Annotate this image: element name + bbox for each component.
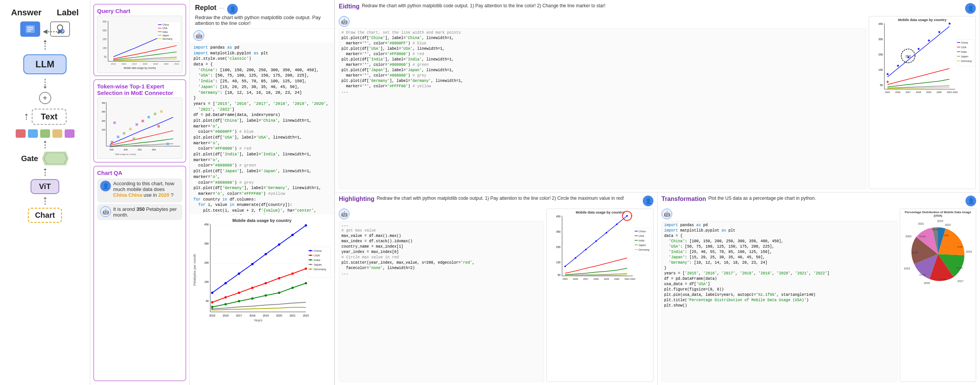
svg-text:Years: Years (254, 318, 263, 322)
svg-text:Petabytes per month: Petabytes per month (193, 254, 197, 285)
chart-label-box: Chart (28, 208, 62, 223)
svg-point-94 (224, 282, 227, 284)
svg-point-106 (278, 277, 280, 279)
svg-point-126 (310, 259, 311, 261)
svg-text:India: India (639, 239, 644, 242)
svg-text:2021: 2021 (947, 91, 952, 93)
svg-text:19.8%: 19.8% (912, 251, 918, 254)
query-chart-title: Query Chart (97, 8, 182, 14)
svg-text:Mobile data usage by country: Mobile data usage by country (124, 67, 156, 70)
replot-code-block: import pandas as pd import matplotlib.py… (190, 42, 334, 215)
svg-point-96 (251, 263, 254, 265)
svg-marker-17 (44, 168, 47, 170)
up-arrow-text (23, 113, 29, 121)
svg-text:China: China (961, 41, 968, 44)
qa-title: Chart QA (97, 170, 182, 176)
bottom-right: Highlighting Redraw the chart with pytho… (335, 192, 980, 385)
svg-marker-15 (44, 153, 67, 164)
transformation-bot-icon: 🤖 (661, 209, 672, 219)
svg-text:★: ★ (886, 80, 889, 84)
transformation-section: Transformation Plot the US data as a per… (658, 192, 980, 385)
svg-text:★: ★ (917, 47, 920, 51)
highlighting-chart-svg: Mobile data usage by country 450 350 250… (547, 209, 653, 285)
svg-text:2020: 2020 (905, 235, 912, 238)
chart-qa-section: Chart QA 👤 According to this chart, how … (93, 166, 186, 381)
text-box: Text (32, 109, 67, 125)
answer-text: Answer (11, 8, 41, 18)
svg-text:2017: 2017 (583, 278, 588, 280)
svg-text:USA: USA (162, 27, 167, 29)
svg-point-97 (265, 253, 267, 255)
svg-marker-10 (44, 86, 47, 89)
svg-text:2021: 2021 (289, 314, 296, 317)
svg-text:350: 350 (204, 242, 209, 245)
highlighting-code-col: 🤖 ... # get max value max_value = df.max… (339, 209, 544, 382)
qa-answer-text: It is arond 350 Petabytes per month. (113, 206, 179, 218)
eidting-chart: Mobile data usage by country 450 350 250… (869, 16, 976, 189)
qa-question-bubble: 👤 According to this chart, how much mobi… (97, 178, 182, 202)
svg-text:250: 250 (905, 54, 911, 58)
svg-text:400: 400 (102, 102, 105, 104)
transformation-code-col: 🤖 import pandas as pd import matplotlib.… (661, 209, 897, 382)
svg-text:2019: 2019 (153, 63, 158, 65)
svg-text:50: 50 (880, 84, 883, 86)
svg-text:22.6%: 22.6% (919, 235, 926, 238)
svg-point-100 (305, 224, 307, 227)
svg-text:Japan: Japan (314, 263, 322, 266)
top-right: Eidting Redraw the chart with python mat… (335, 0, 980, 192)
svg-text:MoE usage by country: MoE usage by country (115, 153, 136, 155)
replot-panel: Replot — 👤 Redraw the chart with python … (189, 0, 335, 385)
svg-text:200: 200 (102, 120, 105, 122)
svg-rect-62 (113, 122, 115, 124)
svg-text:Germany: Germany (162, 38, 172, 41)
svg-text:2021: 2021 (918, 222, 924, 225)
transformation-code: import pandas as pd import matplotlib.py… (661, 221, 897, 382)
svg-text:2019: 2019 (604, 278, 609, 280)
top1-svg: 400 300 200 100 (98, 98, 182, 158)
svg-text:25.4%: 25.4% (932, 228, 939, 231)
svg-point-188 (575, 257, 576, 259)
replot-chart-svg: Mobile data usage by country Petabytes p… (191, 216, 333, 327)
bot-icon-qa: 🤖 (100, 206, 111, 217)
eidting-header: Eidting Redraw the chart with python mat… (339, 3, 976, 14)
svg-text:★: ★ (927, 38, 931, 42)
svg-text:★: ★ (886, 72, 889, 76)
svg-text:2016: 2016 (122, 63, 126, 65)
svg-marker-12 (25, 114, 28, 115)
svg-text:50: 50 (104, 55, 107, 58)
qa-question-text: According to this chart, how much mobile… (113, 181, 179, 198)
replot-title: Replot (195, 4, 216, 11)
svg-text:2020: 2020 (936, 91, 942, 93)
svg-point-110 (224, 303, 227, 305)
svg-text:2019: 2019 (926, 91, 931, 93)
svg-text:2016: 2016 (573, 278, 578, 280)
svg-point-189 (585, 249, 587, 250)
svg-text:150: 150 (878, 69, 883, 71)
svg-point-105 (265, 282, 267, 284)
eidting-code: # Draw the chart, set the line width and… (339, 28, 866, 189)
svg-point-123 (310, 254, 311, 256)
svg-text:2021: 2021 (174, 63, 179, 65)
rect-purple (65, 129, 75, 138)
svg-text:300: 300 (102, 111, 105, 113)
svg-text:★: ★ (938, 30, 941, 34)
svg-rect-53 (117, 135, 119, 138)
svg-marker-8 (44, 40, 47, 42)
svg-text:100: 100 (102, 129, 105, 131)
svg-text:250: 250 (556, 246, 561, 248)
svg-text:8.5%: 8.5% (957, 246, 963, 248)
query-chart-placeholder: 450 350 250 150 50 2015 2016 2017 2018 2… (97, 16, 182, 73)
down-arrow-1 (42, 78, 48, 90)
llm-box: LLM (23, 54, 67, 74)
rect-red (16, 129, 26, 138)
svg-text:2017: 2017 (132, 63, 137, 65)
svg-text:China: China (639, 230, 645, 233)
label-text: Label (57, 8, 79, 18)
svg-point-95 (238, 272, 240, 275)
transformation-header: Transformation Plot the US data as a per… (661, 196, 976, 206)
svg-text:2017: 2017 (957, 280, 964, 282)
token-rects (16, 129, 75, 138)
svg-text:50: 50 (557, 274, 561, 276)
query-chart-svg: 450 350 250 150 50 2015 2016 2017 2018 2… (98, 17, 182, 72)
svg-point-102 (224, 296, 227, 299)
